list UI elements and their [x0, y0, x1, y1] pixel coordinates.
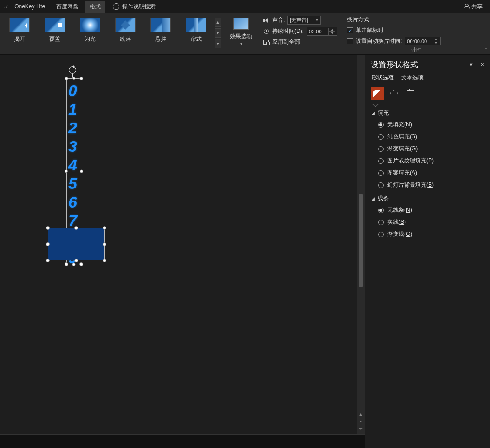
line-option-2[interactable]: 渐变线(G): [378, 230, 483, 238]
blue-rectangle-shape[interactable]: [48, 228, 105, 260]
fill-option-0[interactable]: 无填充(N): [378, 121, 483, 129]
gallery-down-button[interactable]: ▼: [215, 28, 221, 38]
pane-tabs: 形状选项 文本选项: [365, 73, 490, 85]
pane-category-icons: [365, 85, 490, 104]
spinner-buttons: ▲▼: [328, 28, 335, 35]
menu-format[interactable]: 格式: [85, 1, 105, 13]
fill-line-category-button[interactable]: [371, 87, 384, 100]
resize-handle[interactable]: [80, 170, 83, 173]
prev-slide-button[interactable]: ⏶: [358, 418, 364, 425]
auto-advance-row[interactable]: ✓ 设置自动换片时间: ▲▼: [347, 37, 485, 45]
sound-row: 声音: [无声音] ▼: [263, 16, 337, 25]
auto-advance-spinner[interactable]: ▲▼: [405, 37, 441, 45]
tab-shape-options[interactable]: 形状选项: [372, 74, 394, 82]
resize-handle[interactable]: [79, 262, 83, 266]
radio-icon: [378, 146, 384, 152]
fill-option-4[interactable]: 图案填充(A): [378, 169, 483, 177]
size-category-button[interactable]: [404, 87, 417, 100]
scrollbar-thumb[interactable]: [359, 194, 363, 287]
format-shape-pane: 设置形状格式 ▼ ✕ 形状选项 文本选项 ◢ 填充 无填充(N)纯色填充(S)渐…: [365, 55, 490, 448]
transition-uncover[interactable]: 揭开: [2, 16, 37, 45]
next-slide-button[interactable]: ⏷: [358, 426, 364, 432]
radio-icon: [378, 170, 384, 176]
resize-handle[interactable]: [65, 77, 68, 80]
advance-group: 换片方式 ✓ 单击鼠标时 ✓ 设置自动换片时间: ▲▼ 计时 ˄: [342, 13, 490, 54]
duration-input[interactable]: [307, 29, 328, 34]
chevron-down-icon: ▼: [315, 18, 319, 22]
slide-canvas[interactable]: 0 1 2 3 4 5 6 7 8 9: [0, 55, 365, 434]
fill-option-1[interactable]: 纯色填充(S): [378, 133, 483, 141]
fill-option-5[interactable]: 幻灯片背景填充(B): [378, 181, 483, 189]
resize-handle[interactable]: [74, 226, 78, 230]
line-option-1[interactable]: 实线(S): [378, 218, 483, 226]
advance-title: 换片方式: [347, 16, 485, 24]
pane-divider: [370, 104, 485, 104]
resize-handle[interactable]: [103, 259, 106, 262]
effects-category-button[interactable]: [387, 87, 400, 100]
resize-handle[interactable]: [46, 226, 50, 230]
effect-options-button[interactable]: 效果选项 ▾: [226, 16, 256, 48]
selected-shape[interactable]: 0 1 2 3 4 5 6 7 8 9: [67, 79, 78, 269]
gallery-up-button[interactable]: ▲: [215, 18, 221, 27]
line-section-header[interactable]: ◢ 线条: [372, 195, 483, 202]
line-option-0[interactable]: 无线条(N): [378, 206, 483, 214]
option-label: 图案填充(A): [387, 169, 417, 177]
spin-up[interactable]: ▲: [432, 38, 439, 41]
radio-icon: [378, 134, 384, 140]
transition-thumb-icon: [150, 18, 171, 32]
resize-handle[interactable]: [65, 262, 68, 266]
radio-icon: [378, 208, 384, 213]
spin-down[interactable]: ▼: [329, 32, 335, 35]
transition-label: 揭开: [14, 35, 25, 43]
pane-options-button[interactable]: ▼: [469, 62, 474, 68]
auto-advance-input[interactable]: [405, 39, 432, 44]
share-button[interactable]: 共享: [460, 1, 486, 12]
apply-all-button[interactable]: 应用到全部: [263, 38, 337, 46]
menu-onekey[interactable]: OneKey Lite: [10, 1, 50, 12]
fill-option-3[interactable]: 图片或纹理填充(P): [378, 157, 483, 165]
collapse-ribbon-button[interactable]: ˄: [485, 47, 487, 52]
line-section: ◢ 线条 无线条(N)实线(S)渐变线(G): [365, 192, 490, 241]
transition-thumb-icon: [115, 18, 136, 32]
resize-handle[interactable]: [72, 77, 76, 80]
resize-handle[interactable]: [46, 242, 50, 246]
transition-thumb-icon: [80, 18, 100, 32]
spin-up[interactable]: ▲: [329, 28, 335, 32]
apply-all-label: 应用到全部: [272, 38, 300, 46]
on-click-checkbox-row[interactable]: ✓ 单击鼠标时: [347, 26, 485, 34]
gallery-more-button[interactable]: ▾: [215, 39, 221, 48]
resize-handle[interactable]: [79, 77, 83, 80]
transition-drape[interactable]: 悬挂: [143, 16, 178, 45]
transition-thumb-icon: [9, 18, 30, 32]
resize-handle[interactable]: [46, 259, 50, 262]
rotate-handle[interactable]: [69, 66, 76, 74]
fill-section-header[interactable]: ◢ 填充: [372, 109, 483, 117]
collapse-triangle-icon: ◢: [372, 196, 375, 201]
transition-curtain[interactable]: 帘式: [178, 16, 214, 45]
resize-handle[interactable]: [65, 170, 68, 173]
resize-handle[interactable]: [103, 226, 106, 230]
notes-strip[interactable]: [0, 434, 365, 448]
tell-me-search[interactable]: 操作说明搜索: [113, 3, 156, 11]
close-pane-button[interactable]: ✕: [480, 62, 484, 68]
speaker-icon: [263, 17, 269, 24]
resize-handle[interactable]: [72, 263, 76, 266]
spin-down[interactable]: ▼: [432, 41, 439, 45]
transition-fall[interactable]: 跌落: [108, 16, 143, 45]
pentagon-icon: [390, 90, 398, 97]
fill-option-2[interactable]: 渐变填充(G): [378, 145, 483, 153]
menu-baidu[interactable]: 百度网盘: [52, 1, 83, 13]
checkbox-icon: ✓: [347, 38, 353, 44]
transition-cover[interactable]: 覆盖: [37, 16, 72, 45]
resize-handle[interactable]: [103, 242, 106, 246]
search-placeholder: 操作说明搜索: [122, 3, 156, 11]
resize-handle[interactable]: [74, 259, 78, 262]
duration-spinner[interactable]: ▲▼: [307, 27, 337, 36]
radio-icon: [378, 158, 384, 164]
scroll-up-button[interactable]: ▲: [358, 411, 364, 417]
sound-dropdown[interactable]: [无声音] ▼: [287, 16, 321, 25]
tab-text-options[interactable]: 文本选项: [401, 74, 424, 82]
transition-flash[interactable]: 闪光: [72, 16, 108, 45]
vertical-scrollbar[interactable]: ▲ ⏶ ⏷: [357, 55, 365, 434]
apply-all-icon: [263, 39, 269, 45]
